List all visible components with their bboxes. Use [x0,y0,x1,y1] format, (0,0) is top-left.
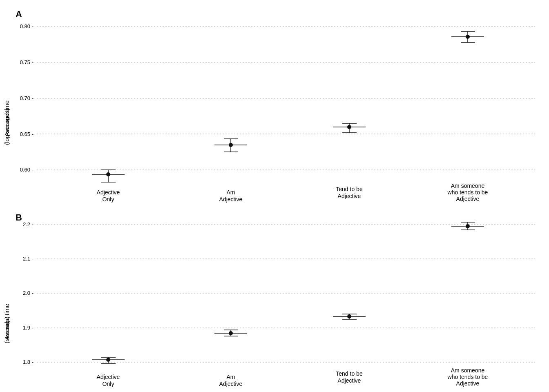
tick-a-070: 0.70 - [20,95,33,101]
xlabel-a3-line1: Tend to be [336,186,363,192]
xlabel-a2-line2: Adjective [219,196,243,203]
xlabel-b1-line2: Only [103,381,114,387]
xlabel-b4-line2: who tends to be [447,374,488,380]
point-a1 [106,172,110,176]
xlabel-a1-line1: Adjective [97,189,120,196]
tick-a-065: 0.65 - [20,131,33,137]
xlabel-a3-line2: Adjective [338,193,361,199]
xlabel-b1-line1: Adjective [97,374,120,380]
tick-b-22: 2.2 - [23,221,33,227]
xlabel-b4-line3: Adjective [456,380,480,387]
xlabel-b3-line1: Tend to be [336,370,363,377]
xlabel-b4-line1: Am someone [451,367,485,374]
tick-a-060: 0.60 - [20,167,33,173]
panel-a-y-title2: (log seconds) [3,108,10,145]
point-a2 [229,143,233,147]
tick-b-19: 1.9 - [23,325,33,331]
point-a3 [347,125,351,129]
xlabel-b2-line2: Adjective [219,381,243,387]
xlabel-a2-line1: Am [227,189,235,196]
xlabel-a4-line1: Am someone [451,183,485,189]
point-b1 [106,358,110,362]
tick-b-18: 1.8 - [23,359,33,365]
xlabel-b3-line2: Adjective [338,377,361,384]
tick-b-20: 2.0 - [23,290,33,296]
point-b4 [466,224,470,228]
point-a4 [466,35,470,39]
point-b3 [347,314,351,318]
panel-a-label: A [16,9,22,19]
panel-b-y-title2: (seconds) [3,316,10,343]
xlabel-a1-line2: Only [103,196,114,203]
tick-a-075: 0.75 - [20,59,33,65]
xlabel-a4-line2: who tends to be [447,189,488,196]
xlabel-b2-line1: Am [227,374,235,380]
panel-b-label: B [16,212,22,223]
tick-a-080: 0.80 - [20,23,33,29]
tick-b-21: 2.1 - [23,256,33,262]
point-b2 [229,331,233,335]
chart-container: A Average time (log seconds) 0.80 - 0.75… [0,0,549,392]
xlabel-a4-line3: Adjective [456,196,480,202]
